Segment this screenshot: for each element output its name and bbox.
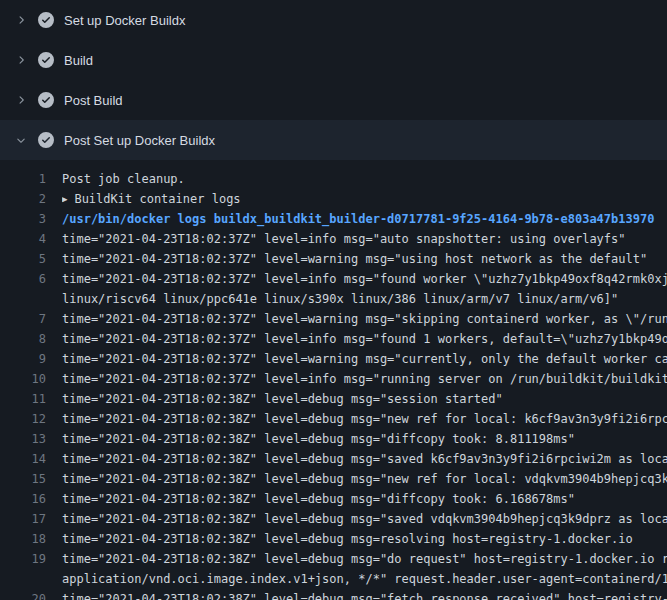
log-line: 1 Post job cleanup.: [0, 169, 667, 189]
log-line-number[interactable]: 11: [0, 389, 46, 409]
log-line-text: time="2021-04-23T18:02:38Z" level=debug …: [62, 409, 667, 429]
log-line: 17 time="2021-04-23T18:02:38Z" level=deb…: [0, 509, 667, 529]
log-line-text: time="2021-04-23T18:02:38Z" level=debug …: [62, 529, 667, 549]
log-text-part: time="2021-04-23T18:02:38Z" level=debug …: [62, 429, 667, 449]
log-line: 15 time="2021-04-23T18:02:38Z" level=deb…: [0, 469, 667, 489]
log-text-part: time="2021-04-23T18:02:38Z" level=debug …: [62, 469, 667, 489]
log-line-text: /usr/bin/docker logs buildx_buildkit_bui…: [62, 209, 667, 229]
step-success-check-icon: [38, 132, 54, 148]
group-expand-arrow-icon[interactable]: ▶: [62, 189, 67, 209]
step-header[interactable]: Build: [0, 40, 667, 80]
log-line: 11 time="2021-04-23T18:02:38Z" level=deb…: [0, 389, 667, 409]
group-label: BuildKit container logs: [74, 192, 240, 206]
log-line-text: time="2021-04-23T18:02:38Z" level=debug …: [62, 449, 667, 469]
log-line-number[interactable]: 10: [0, 369, 46, 389]
step-title: Build: [64, 53, 93, 68]
log-area: 1 Post job cleanup. 2 ▶BuildKit containe…: [0, 160, 667, 600]
log-line-text: time="2021-04-23T18:02:37Z" level=info m…: [62, 269, 667, 309]
log-line-text: Post job cleanup.: [62, 169, 667, 189]
log-text-part: time="2021-04-23T18:02:37Z" level=info m…: [62, 329, 667, 349]
log-text-part: time="2021-04-23T18:02:38Z" level=debug …: [62, 589, 667, 600]
log-line: 4 time="2021-04-23T18:02:37Z" level=info…: [0, 229, 667, 249]
log-line: 5 time="2021-04-23T18:02:37Z" level=warn…: [0, 249, 667, 269]
log-line: 3 /usr/bin/docker logs buildx_buildkit_b…: [0, 209, 667, 229]
log-line: 18 time="2021-04-23T18:02:38Z" level=deb…: [0, 529, 667, 549]
log-text-part: time="2021-04-23T18:02:37Z" level=warnin…: [62, 349, 667, 369]
log-line-text: time="2021-04-23T18:02:37Z" level=warnin…: [62, 309, 667, 329]
step-success-check-icon: [38, 12, 54, 28]
log-line-number[interactable]: 19: [0, 549, 46, 589]
log-line-text: time="2021-04-23T18:02:38Z" level=debug …: [62, 589, 667, 600]
step-header[interactable]: Post Build: [0, 80, 667, 120]
log-line-text: time="2021-04-23T18:02:38Z" level=debug …: [62, 509, 667, 529]
log-line-number[interactable]: 18: [0, 529, 46, 549]
log-text-part: Post job cleanup.: [62, 169, 667, 189]
log-line-number[interactable]: 3: [0, 209, 46, 229]
log-line-text: time="2021-04-23T18:02:37Z" level=warnin…: [62, 249, 667, 269]
log-line-number[interactable]: 12: [0, 409, 46, 429]
log-line: 13 time="2021-04-23T18:02:38Z" level=deb…: [0, 429, 667, 449]
log-text-part: time="2021-04-23T18:02:37Z" level=info m…: [62, 229, 667, 249]
log-line-number[interactable]: 6: [0, 269, 46, 309]
log-text-part: time="2021-04-23T18:02:37Z" level=info m…: [62, 269, 667, 289]
log-line-number[interactable]: 17: [0, 509, 46, 529]
log-line: 2 ▶BuildKit container logs: [0, 189, 667, 209]
log-line-number[interactable]: 1: [0, 169, 46, 189]
step-title: Post Set up Docker Buildx: [64, 133, 215, 148]
log-text-part: time="2021-04-23T18:02:38Z" level=debug …: [62, 409, 667, 429]
log-line-text: time="2021-04-23T18:02:38Z" level=debug …: [62, 469, 667, 489]
log-line-text: time="2021-04-23T18:02:37Z" level=info m…: [62, 369, 667, 389]
log-text-part: /usr/bin/docker logs buildx_buildkit_bui…: [62, 209, 667, 229]
log-text-part: time="2021-04-23T18:02:38Z" level=debug …: [62, 529, 667, 549]
log-line: 6 time="2021-04-23T18:02:37Z" level=info…: [0, 269, 667, 309]
log-line: 19 time="2021-04-23T18:02:38Z" level=deb…: [0, 549, 667, 589]
log-line-number[interactable]: 13: [0, 429, 46, 449]
log-text-part: time="2021-04-23T18:02:38Z" level=debug …: [62, 509, 667, 529]
log-line-text: time="2021-04-23T18:02:37Z" level=warnin…: [62, 349, 667, 369]
log-text-part: time="2021-04-23T18:02:38Z" level=debug …: [62, 489, 667, 509]
log-line: 10 time="2021-04-23T18:02:37Z" level=inf…: [0, 369, 667, 389]
step-title: Post Build: [64, 93, 123, 108]
log-line-text: time="2021-04-23T18:02:37Z" level=info m…: [62, 229, 667, 249]
log-line-number[interactable]: 4: [0, 229, 46, 249]
log-text-part: time="2021-04-23T18:02:37Z" level=warnin…: [62, 309, 667, 329]
log-line-number[interactable]: 9: [0, 349, 46, 369]
log-line: 8 time="2021-04-23T18:02:37Z" level=info…: [0, 329, 667, 349]
log-line: 12 time="2021-04-23T18:02:38Z" level=deb…: [0, 409, 667, 429]
log-line-text: time="2021-04-23T18:02:38Z" level=debug …: [62, 549, 667, 589]
log-line-number[interactable]: 2: [0, 189, 46, 209]
step-title: Set up Docker Buildx: [64, 13, 185, 28]
chevron-right-icon: [14, 93, 28, 107]
log-line-text: time="2021-04-23T18:02:38Z" level=debug …: [62, 489, 667, 509]
log-text-part: time="2021-04-23T18:02:37Z" level=info m…: [62, 369, 667, 389]
log-line-number[interactable]: 5: [0, 249, 46, 269]
job-log-viewer: Set up Docker Buildx Build Post Build: [0, 0, 667, 600]
step-success-check-icon: [38, 92, 54, 108]
log-line-number[interactable]: 15: [0, 469, 46, 489]
log-text-part: time="2021-04-23T18:02:38Z" level=debug …: [62, 549, 667, 569]
log-line-number[interactable]: 16: [0, 489, 46, 509]
log-line: 16 time="2021-04-23T18:02:38Z" level=deb…: [0, 489, 667, 509]
log-text-part: time="2021-04-23T18:02:38Z" level=debug …: [62, 389, 667, 409]
log-line-text: time="2021-04-23T18:02:38Z" level=debug …: [62, 389, 667, 409]
log-text-part: ▶BuildKit container logs: [62, 189, 667, 209]
log-line-number[interactable]: 14: [0, 449, 46, 469]
steps-list: Set up Docker Buildx Build Post Build: [0, 0, 667, 600]
log-line-number[interactable]: 7: [0, 309, 46, 329]
step-header[interactable]: Set up Docker Buildx: [0, 0, 667, 40]
chevron-right-icon: [14, 53, 28, 67]
log-line-number[interactable]: 20: [0, 589, 46, 600]
step-success-check-icon: [38, 52, 54, 68]
log-line-text: time="2021-04-23T18:02:37Z" level=info m…: [62, 329, 667, 349]
log-line-number[interactable]: 8: [0, 329, 46, 349]
log-line-text: ▶BuildKit container logs: [62, 189, 667, 209]
step-header[interactable]: Post Set up Docker Buildx: [0, 120, 667, 160]
chevron-down-icon: [14, 133, 28, 147]
chevron-right-icon: [14, 13, 28, 27]
log-line: 14 time="2021-04-23T18:02:38Z" level=deb…: [0, 449, 667, 469]
log-line: 20 time="2021-04-23T18:02:38Z" level=deb…: [0, 589, 667, 600]
log-text-part: application/vnd.oci.image.index.v1+json,…: [62, 569, 667, 589]
log-text-part: time="2021-04-23T18:02:38Z" level=debug …: [62, 449, 667, 469]
log-text-part: linux/riscv64 linux/ppc641e linux/s390x …: [62, 289, 667, 309]
log-line: 9 time="2021-04-23T18:02:37Z" level=warn…: [0, 349, 667, 369]
